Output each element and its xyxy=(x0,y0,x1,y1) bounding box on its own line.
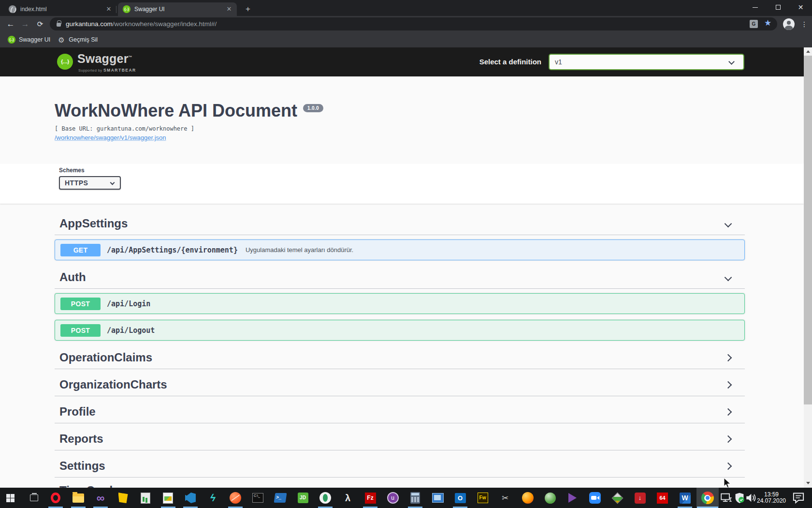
taskbar-icon-fw[interactable]: Fw xyxy=(477,492,489,504)
tag-section-reports[interactable]: Reports xyxy=(55,423,745,450)
forward-button[interactable]: → xyxy=(18,16,32,32)
tag-title: AppSettings xyxy=(59,217,128,230)
base-url: [ Base URL: gurkantuna.com/worknowhere ] xyxy=(55,125,804,132)
taskbar-icon-camera[interactable] xyxy=(589,492,601,504)
taskbar-icon-vsint[interactable] xyxy=(117,492,130,504)
taskbar-icon-jd[interactable]: JD xyxy=(297,492,309,504)
taskbar-icon-dbeaver[interactable] xyxy=(319,492,332,504)
taskbar-icon-orange[interactable] xyxy=(229,492,242,504)
tag-title: Auth xyxy=(59,270,86,284)
window-maximize-button[interactable] xyxy=(767,0,789,15)
taskbar-icon-vscode[interactable] xyxy=(184,492,197,504)
operation-path: /api/AppSettings/{environment} xyxy=(107,246,238,254)
taskbar-icon-aida[interactable]: 64 xyxy=(656,492,669,504)
back-button[interactable]: ← xyxy=(4,16,17,32)
tab-close-icon[interactable]: ✕ xyxy=(105,5,113,13)
tag-section-organizationcharts[interactable]: OrganizationCharts xyxy=(55,369,745,396)
window-minimize-button[interactable] xyxy=(744,0,767,15)
method-badge: POST xyxy=(60,324,101,337)
taskbar-icon-report[interactable] xyxy=(139,492,152,504)
operation-get-/api/AppSettings/{environment}[interactable]: GET/api/AppSettings/{environment}Uygulam… xyxy=(55,239,745,260)
taskbar: ∞ϟC:\_>_JDλFzuOFw✂↓64W 13:59 24.07.2020 xyxy=(0,488,812,508)
tab-title: Swagger UI xyxy=(134,6,225,13)
tab-favicon-globe-icon xyxy=(9,5,16,13)
taskbar-icon-opera[interactable] xyxy=(49,492,62,504)
taskbar-icon-zeplin[interactable]: ϟ xyxy=(207,492,219,504)
translate-icon[interactable]: G xyxy=(750,20,758,28)
browser-menu-icon[interactable]: ⋮ xyxy=(798,16,810,32)
tab-swagger-ui[interactable]: {..} Swagger UI ✕ xyxy=(118,2,237,16)
tab-index-html[interactable]: index.html ✕ xyxy=(4,2,116,16)
network-icon[interactable] xyxy=(721,488,732,508)
chevron-down-icon xyxy=(725,220,732,227)
taskbar-icon-explorer[interactable] xyxy=(72,492,85,504)
taskbar-icon-snip[interactable]: ✂ xyxy=(499,492,511,504)
tag-title: TimeCards xyxy=(59,484,119,488)
taskbar-icon-gem[interactable] xyxy=(611,492,624,504)
taskbar-clock[interactable]: 13:59 24.07.2020 xyxy=(756,488,786,508)
tab-separator xyxy=(116,6,116,13)
tag-title: Settings xyxy=(59,459,105,473)
swagger-json-link[interactable]: /worknowhere/swagger/v1/swagger.json xyxy=(55,134,166,141)
clock-time: 13:59 xyxy=(764,492,779,498)
taskbar-icon-outlook[interactable]: O xyxy=(454,492,466,504)
lock-icon[interactable] xyxy=(57,23,61,27)
swagger-supported-by: Supported by SMARTBEAR xyxy=(78,68,136,73)
tab-strip: index.html ✕ {..} Swagger UI ✕ + ✕ xyxy=(0,0,812,16)
taskbar-icon-play[interactable] xyxy=(566,492,579,504)
bookmark-label: Swagger UI xyxy=(19,36,50,43)
tag-section-auth[interactable]: Auth xyxy=(55,262,745,289)
bookmark-star-icon[interactable]: ★ xyxy=(764,18,771,28)
tag-title: OrganizationCharts xyxy=(59,378,167,391)
tag-section-profile[interactable]: Profile xyxy=(55,396,745,423)
taskbar-icon-cmd[interactable]: C:\_ xyxy=(252,492,264,504)
taskbar-icon-lambda[interactable]: λ xyxy=(342,492,354,504)
chevron-down-icon xyxy=(110,180,115,185)
taskbar-icon-greenball[interactable] xyxy=(544,492,556,504)
profile-avatar[interactable] xyxy=(783,18,795,30)
taskbar-icon-cup[interactable]: u xyxy=(387,492,399,504)
taskbar-icon-firefox[interactable] xyxy=(522,492,534,504)
window-close-button[interactable]: ✕ xyxy=(789,0,812,15)
bookmark-swagger-ui[interactable]: {..} Swagger UI xyxy=(8,36,50,44)
volume-icon[interactable] xyxy=(746,488,757,508)
tab-close-icon[interactable]: ✕ xyxy=(225,5,233,13)
taskbar-icon-irfan[interactable] xyxy=(162,492,174,504)
swagger-logo-icon: {…} xyxy=(57,54,73,70)
swagger-topbar: {…} Swagger™ Supported by SMARTBEAR Sele… xyxy=(0,47,804,76)
tag-section-operationclaims[interactable]: OperationClaims xyxy=(55,342,745,369)
new-tab-button[interactable]: + xyxy=(243,4,253,15)
start-button[interactable] xyxy=(6,494,14,502)
tag-section-settings[interactable]: Settings xyxy=(55,450,745,478)
bookmark-gecmis-sil[interactable]: ⚙ Geçmiş Sil xyxy=(58,36,98,44)
definition-select[interactable]: v1 xyxy=(549,54,744,70)
tag-section-appsettings[interactable]: AppSettings xyxy=(55,208,745,235)
reload-button[interactable]: ⟳ xyxy=(33,16,47,32)
taskbar-icon-idm[interactable]: ↓ xyxy=(634,492,646,504)
schemes-select[interactable]: HTTPS xyxy=(59,176,121,190)
operation-description: Uygulamadaki temel ayarları döndürür. xyxy=(246,246,353,254)
operation-post-/api/Login[interactable]: POST/api/Login xyxy=(55,293,745,314)
notification-icon[interactable] xyxy=(792,488,805,508)
tag-section-timecards[interactable]: TimeCards xyxy=(55,475,745,488)
gear-icon: ⚙ xyxy=(58,36,65,44)
swagger-wordmark: Swagger™ xyxy=(77,52,132,66)
task-view-button[interactable] xyxy=(30,494,38,501)
taskbar-icon-vs[interactable]: ∞ xyxy=(94,492,107,504)
page-scrollbar[interactable] xyxy=(804,47,812,488)
taskbar-icon-monitor[interactable] xyxy=(432,492,444,504)
scroll-down-icon[interactable] xyxy=(804,479,812,487)
scroll-up-icon[interactable] xyxy=(804,47,812,56)
taskbar-icon-fz[interactable]: Fz xyxy=(364,492,377,504)
operation-post-/api/Logout[interactable]: POST/api/Logout xyxy=(55,320,745,341)
defender-shield-icon[interactable] xyxy=(734,488,745,508)
bookmark-label: Geçmiş Sil xyxy=(69,36,98,43)
address-bar[interactable]: gurkantuna.com/worknowhere/swagger/index… xyxy=(50,17,777,30)
taskbar-icon-chrome[interactable] xyxy=(701,492,714,504)
taskbar-icon-ps[interactable]: >_ xyxy=(274,492,287,504)
taskbar-icon-calc[interactable] xyxy=(409,492,421,504)
scrollbar-thumb[interactable] xyxy=(804,56,812,404)
browser-toolbar: ← → ⟳ gurkantuna.com/worknowhere/swagger… xyxy=(0,16,812,32)
clock-date: 24.07.2020 xyxy=(757,498,786,505)
taskbar-icon-word[interactable]: W xyxy=(679,492,691,504)
